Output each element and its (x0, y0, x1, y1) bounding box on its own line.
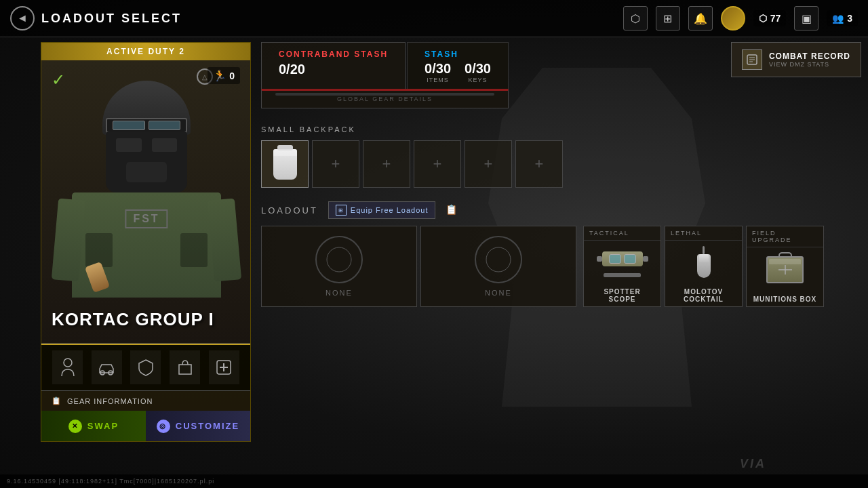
vehicle-icon[interactable] (92, 350, 122, 384)
scope-strap-left (597, 256, 602, 262)
scope-illustration (600, 249, 644, 277)
combat-record-icon (742, 49, 762, 70)
weapon-1-label: NONE (326, 289, 353, 297)
right-goggle (149, 121, 181, 130)
back-button[interactable]: ◄ (10, 6, 35, 30)
tabs-row: CONTRABAND STASH 0/20 STASH 0/30 ITEMS 0… (261, 42, 861, 108)
vest-pocket-right (180, 233, 208, 267)
players-badge: 👥 3 (827, 10, 858, 26)
scope-mount-bar (604, 273, 641, 277)
gear-info-bar[interactable]: 📋 GEAR INFORMATION (41, 390, 250, 411)
inventory-slot-3[interactable]: + (363, 140, 410, 188)
contraband-tab-label: CONTRABAND STASH (279, 49, 388, 59)
customize-button[interactable]: ◎ CUSTOMIZE (146, 411, 250, 441)
bell-icon-button[interactable]: 🔔 (688, 6, 713, 30)
inventory-slot-2[interactable]: + (312, 140, 359, 188)
top-bar-right: ⬡ ⊞ 🔔 ⬡ 77 ▣ 👥 3 (623, 6, 858, 30)
swap-label: SWAP (87, 421, 119, 431)
loadout-section: LOADOUT ⊞ Equip Free Loadout 📋 NONE NONE (261, 201, 861, 307)
field-upgrade-card[interactable]: FIELD UPGRADE MUNITIONS (746, 226, 824, 307)
munitions-box-handle (778, 252, 792, 258)
weapon-2-label: NONE (485, 289, 512, 297)
inventory-slot-6[interactable]: + (515, 140, 563, 188)
lethal-header: LETHAL (665, 226, 742, 241)
lethal-body (665, 241, 742, 285)
inventory-grid: + + + + + (261, 140, 861, 188)
loadout-header: LOADOUT ⊞ Equip Free Loadout 📋 (261, 201, 861, 219)
swap-icon: ✕ (68, 420, 82, 433)
combat-record-button[interactable]: COMBAT RECORD VIEW DMZ STATS (731, 42, 861, 77)
body-icon[interactable] (52, 350, 83, 384)
tactical-card[interactable]: TACTICAL (583, 226, 661, 307)
tactical-header: TACTICAL (584, 226, 660, 241)
inventory-slot-4[interactable]: + (414, 140, 461, 188)
global-gear-label: GLOBAL GEAR DETAILS (275, 96, 494, 102)
stash-tabs-section: CONTRABAND STASH 0/20 STASH 0/30 ITEMS 0… (261, 42, 509, 108)
rank-icon-button[interactable]: ▣ (794, 6, 818, 30)
grid-icon-button[interactable]: ⊞ (656, 6, 680, 30)
left-goggle (113, 121, 145, 130)
loadout-title: LOADOUT (261, 205, 318, 216)
equipment-cards: TACTICAL (583, 226, 824, 307)
munitions-box-illustration (766, 256, 804, 283)
inventory-slot-1[interactable] (261, 140, 309, 188)
gear-info-icon: 📋 (52, 396, 62, 405)
backpack-section: SMALL BACKPACK + + + + + (261, 125, 861, 188)
armor-icon[interactable] (130, 350, 161, 384)
add-icon: + (484, 155, 493, 173)
right-eye (152, 138, 178, 152)
loadout-slots: NONE NONE TACTICAL (261, 226, 861, 307)
currency-value: 77 (770, 13, 781, 24)
jar-item (270, 146, 300, 183)
combat-record-subtitle: VIEW DMZ STATS (769, 61, 850, 68)
molotov-bottle (697, 254, 711, 278)
combat-record-text-group: COMBAT RECORD VIEW DMZ STATS (769, 52, 850, 68)
keys-count: 0/30 (465, 61, 491, 77)
goggles (106, 118, 187, 133)
inventory-slot-5[interactable]: + (465, 140, 512, 188)
weapon-slot-2[interactable]: NONE (420, 226, 576, 307)
add-icon: + (332, 155, 340, 173)
contraband-count: 0/20 (279, 59, 388, 80)
jar-icon (273, 149, 297, 180)
contraband-tab[interactable]: CONTRABAND STASH 0/20 (261, 42, 406, 89)
add-icon: + (535, 155, 544, 173)
svg-point-11 (486, 247, 511, 272)
page-title: LOADOUT SELECT (41, 12, 182, 26)
top-bar-left: ◄ LOADOUT SELECT (10, 6, 182, 30)
molotov-illustration (694, 246, 714, 280)
shield-icon-button[interactable]: ⬡ (623, 6, 648, 30)
weapon-circle-1 (315, 236, 363, 283)
equip-free-button[interactable]: ⊞ Equip Free Loadout (328, 201, 436, 219)
field-upgrade-footer: MUNITIONS BOX (747, 292, 823, 306)
lethal-card[interactable]: LETHAL MOLOTOV COCKTAIL (665, 226, 743, 307)
keys-label: KEYS (465, 77, 491, 83)
medical-icon[interactable] (209, 350, 239, 384)
mouth-area (126, 162, 167, 182)
tactical-body (584, 241, 660, 285)
progress-bar-container: GLOBAL GEAR DETAILS (261, 89, 509, 108)
customize-icon: ◎ (157, 420, 170, 433)
character-name: KORTAC GROUP I (52, 310, 214, 329)
eyes-area (116, 138, 177, 152)
left-eye (116, 138, 142, 152)
tactical-footer: SPOTTER SCOPE (584, 285, 660, 306)
items-count: 0/30 (425, 61, 451, 77)
scope-goggles (600, 249, 644, 269)
faction-text: FST (125, 209, 167, 228)
swap-button[interactable]: ✕ SWAP (41, 411, 146, 441)
action-buttons: ✕ SWAP ◎ CUSTOMIZE (41, 411, 250, 441)
soldier-illustration: FST (62, 81, 231, 298)
scope-goggles-body (602, 251, 643, 266)
svg-point-0 (64, 359, 72, 367)
weapon-slot-1[interactable]: NONE (261, 226, 417, 307)
bag-icon[interactable] (170, 350, 200, 384)
equip-free-icon: ⊞ (336, 205, 347, 216)
avatar[interactable] (721, 6, 745, 30)
clipboard-icon[interactable]: 📋 (446, 204, 458, 216)
stash-tab-label: STASH (425, 49, 491, 59)
field-upgrade-body (747, 247, 823, 292)
stash-tab[interactable]: STASH 0/30 ITEMS 0/30 KEYS (407, 42, 509, 89)
customize-label: CUSTOMIZE (176, 421, 239, 431)
add-icon: + (433, 155, 442, 173)
